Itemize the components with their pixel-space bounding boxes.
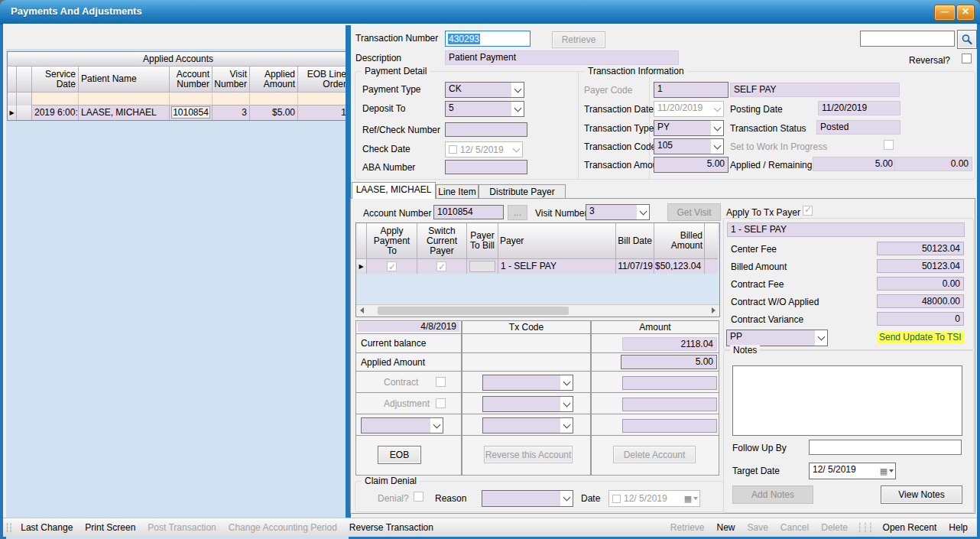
extra-amount-field[interactable]: [622, 419, 717, 433]
status-print-screen[interactable]: Print Screen: [79, 522, 141, 533]
deposit-to-label: Deposit To: [362, 103, 405, 114]
reversal-label: Reversal?: [909, 55, 950, 66]
col-billed-amount[interactable]: Billed Amount: [654, 223, 705, 259]
check-date-value: 12/ 5/2019: [460, 144, 504, 155]
scroll-right-arrow[interactable]: [708, 305, 719, 316]
target-date-picker[interactable]: 12/ 5/2019 ▦: [809, 463, 896, 479]
follow-up-by-input[interactable]: [809, 440, 962, 455]
deposit-to-combo[interactable]: 5: [445, 101, 524, 117]
denial-reason-combo[interactable]: [482, 490, 573, 507]
col-account-number[interactable]: Account Number: [170, 67, 213, 93]
description-field[interactable]: Patient Payment: [445, 50, 679, 65]
payment-type-combo[interactable]: CK: [445, 82, 524, 98]
ref-check-number-field[interactable]: [445, 122, 527, 137]
chevron-down-icon: [563, 494, 570, 502]
col-visit-number[interactable]: Visit Number: [213, 67, 250, 93]
applied-field: 5.00: [813, 157, 897, 171]
applied-amount-field[interactable]: 5.00: [621, 355, 717, 369]
payer-code-field[interactable]: 1: [654, 82, 729, 98]
col-apply-payment-to[interactable]: Apply Payment To: [367, 223, 417, 259]
chevron-down-icon: [817, 333, 825, 341]
chevron-down-icon: [889, 469, 894, 472]
search-button[interactable]: [957, 30, 977, 49]
close-button[interactable]: ✕: [956, 5, 975, 21]
payment-detail-title: Payment Detail: [362, 66, 430, 76]
col-bill-date[interactable]: Bill Date: [616, 223, 654, 259]
horizontal-scrollbar[interactable]: [356, 304, 719, 317]
col-payer[interactable]: Payer: [498, 223, 616, 259]
send-update-tsi-link[interactable]: Send Update To TSI: [877, 331, 964, 343]
payer-to-bill-cell: [469, 261, 495, 272]
reason-label: Reason: [435, 493, 466, 504]
col-eob-line-order[interactable]: EOB Line Order: [298, 67, 349, 93]
contract-wo-applied-field: 48000.00: [877, 294, 964, 308]
tab-distribute-payer[interactable]: Distribute Payer: [479, 184, 566, 199]
notes-textarea[interactable]: [732, 365, 962, 436]
payer-code-combo-value: PP: [727, 330, 815, 346]
col-applied-amount[interactable]: Applied Amount: [250, 67, 298, 93]
extra-txcode-combo[interactable]: [482, 417, 573, 433]
status-help[interactable]: Help: [943, 522, 977, 533]
transaction-amount-field[interactable]: 5.00: [654, 157, 729, 173]
filter-row[interactable]: [8, 93, 349, 106]
transaction-type-label: Transaction Type: [584, 123, 654, 134]
adjustment-txcode-combo[interactable]: [482, 396, 573, 412]
cell-eob-line-order: 1: [298, 106, 349, 120]
search-input[interactable]: [860, 31, 955, 47]
contract-checkbox: [436, 377, 446, 387]
denial-date-checkbox: [612, 495, 621, 503]
status-new[interactable]: New: [710, 522, 741, 533]
status-post-transaction: Post Transaction: [141, 522, 222, 533]
view-notes-button[interactable]: View Notes: [881, 485, 962, 504]
scroll-left-arrow[interactable]: [356, 305, 368, 316]
cell-account-number: 1010854: [171, 106, 210, 119]
minimize-button[interactable]: —: [934, 5, 956, 21]
visit-number-combo[interactable]: 3: [586, 204, 650, 220]
visit-number-value: 3: [586, 205, 637, 219]
eob-button[interactable]: EOB: [378, 446, 421, 464]
status-last-change[interactable]: Last Change: [15, 522, 79, 533]
contract-wo-applied-label: Contract W/O Applied: [731, 297, 819, 307]
col-payer-to-bill[interactable]: Payer To Bill: [467, 223, 498, 259]
chevron-down-icon: [514, 85, 521, 93]
window-title: Payments And Adjustments: [11, 5, 142, 17]
account-number-field[interactable]: 1010854: [433, 205, 504, 219]
chevron-down-icon: [713, 104, 721, 112]
payer-row[interactable]: ▶ ✓ ✓ 1 - SELF PAY 11/07/19 $50,123.04: [356, 259, 719, 274]
amount-table-label-column: 4/8/2019 Current balance Applied Amount …: [355, 320, 462, 476]
aba-number-field[interactable]: [445, 160, 527, 174]
denial-label: Denial?: [378, 493, 409, 504]
search-icon: [961, 34, 973, 46]
adjustment-amount-field[interactable]: [622, 398, 717, 411]
description-label: Description: [355, 53, 401, 63]
scrollbar-thumb[interactable]: [378, 307, 569, 315]
reversal-checkbox[interactable]: [962, 54, 972, 63]
col-patient-name[interactable]: Patient Name: [79, 67, 170, 93]
close-icon: ✕: [962, 6, 969, 17]
adjustment-checkbox: [436, 398, 446, 408]
follow-up-by-label: Follow Up By: [732, 443, 787, 453]
transaction-number-input[interactable]: 430293: [445, 31, 531, 47]
calendar-icon: ▦: [880, 467, 888, 476]
claim-denial-title: Claim Denial: [362, 476, 420, 486]
adjustment-label: Adjustment: [384, 398, 430, 409]
contract-amount-field[interactable]: [622, 376, 717, 390]
table-row[interactable]: ▶ 2019 6:00:00 LAASE, MICHAEL 1010854 3 …: [8, 106, 349, 120]
extra-row-combo[interactable]: [361, 417, 443, 433]
transaction-code-combo[interactable]: 105: [654, 138, 724, 154]
payer-code-combo[interactable]: PP: [726, 330, 828, 346]
retrieve-button: Retrieve: [552, 31, 605, 48]
get-visit-button: Get Visit: [667, 203, 721, 221]
chevron-down-icon: [563, 378, 570, 385]
col-service-date[interactable]: Service Date: [32, 67, 79, 93]
applied-accounts-panel: Applied Accounts Service Date Patient Na…: [6, 49, 349, 539]
payer-name-field: SELF PAY: [730, 83, 900, 97]
contract-txcode-combo[interactable]: [482, 375, 573, 391]
tab-line-item[interactable]: Line Item: [436, 184, 479, 199]
tab-patient[interactable]: LAASE, MICHAEL: [352, 182, 436, 199]
status-reverse-transaction[interactable]: Reverse Transaction: [343, 522, 440, 533]
chevron-down-icon: [514, 104, 521, 112]
transaction-type-combo[interactable]: PY: [654, 120, 724, 136]
col-switch-current-payer[interactable]: Switch Current Payer: [417, 223, 467, 259]
status-open-recent[interactable]: Open Recent: [877, 522, 943, 533]
